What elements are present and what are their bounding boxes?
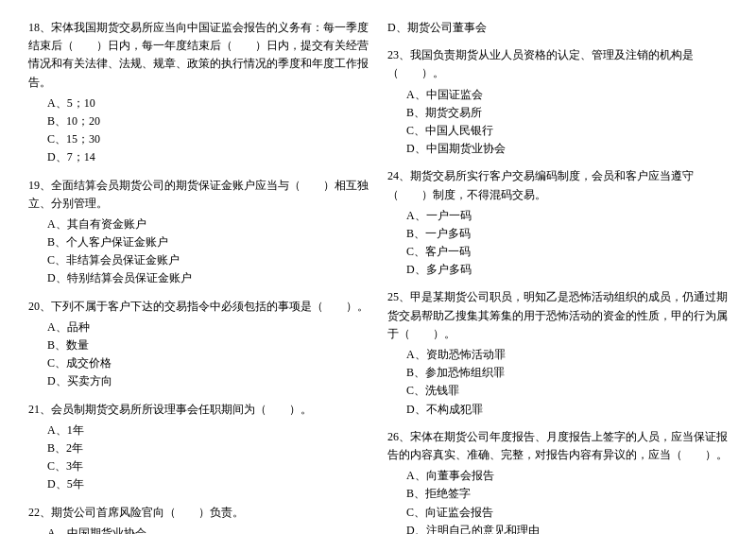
- q19-options: A、其自有资金账户 B、个人客户保证金账户 C、非结算会员保证金账户 D、特别结…: [28, 215, 369, 288]
- q25-title: 25、甲是某期货公司职员，明知乙是恐怖活动组织的成员，仍通过期货交易帮助乙搜集其…: [387, 288, 728, 343]
- q22-optA: A、中国期货业协会: [47, 525, 369, 534]
- right-column: D、期货公司董事会 23、我国负责期货从业人员资格的认定、管理及注销的机构是（ …: [387, 19, 728, 534]
- q24-optD: D、多户多码: [406, 261, 728, 279]
- q25-optD: D、不构成犯罪: [406, 401, 728, 419]
- q18-optD: D、7；14: [47, 148, 369, 166]
- q19-optB: B、个人客户保证金账户: [47, 233, 369, 251]
- q25-optC: C、洗钱罪: [406, 382, 728, 400]
- q24-options: A、一户一码 B、一户多码 C、客户一码 D、多户多码: [387, 207, 728, 280]
- q20-optD: D、买卖方向: [47, 372, 369, 390]
- q20-optA: A、品种: [47, 319, 369, 336]
- q18-options: A、5；10 B、10；20 C、15；30 D、7；14: [28, 95, 369, 167]
- q23-title: 23、我国负责期货从业人员资格的认定、管理及注销的机构是（ ）。: [387, 46, 728, 82]
- q22-optD: D、期货公司董事会: [387, 19, 728, 37]
- question-24: 24、期货交易所实行客户交易编码制度，会员和客户应当遵守（ ）制度，不得混码交易…: [387, 167, 728, 279]
- question-22: 22、期货公司首席风险官向（ ）负责。 A、中国期货业协会 B、期货交易所 C、…: [28, 504, 369, 535]
- q25-options: A、资助恐怖活动罪 B、参加恐怖组织罪 C、洗钱罪 D、不构成犯罪: [387, 346, 728, 419]
- q24-optA: A、一户一码: [406, 207, 728, 225]
- q23-options: A、中国证监会 B、期货交易所 C、中国人民银行 D、中国期货业协会: [387, 86, 728, 159]
- q23-optC: C、中国人民银行: [406, 122, 728, 140]
- question-21: 21、会员制期货交易所所设理事会任职期间为（ ）。 A、1年 B、2年 C、3年…: [28, 401, 369, 494]
- q25-optB: B、参加恐怖组织罪: [406, 364, 728, 382]
- q22-options: A、中国期货业协会 B、期货交易所 C、期货公司董事会: [28, 525, 369, 534]
- question-25: 25、甲是某期货公司职员，明知乙是恐怖活动组织的成员，仍通过期货交易帮助乙搜集其…: [387, 288, 728, 418]
- q19-title: 19、全面结算会员期货公司的期货保证金账户应当与（ ）相互独立、分别管理。: [28, 177, 369, 213]
- q22-optD-block: D、期货公司董事会: [387, 19, 728, 37]
- question-20: 20、下列不属于客户下达的交易指令中必须包括的事项是（ ）。 A、品种 B、数量…: [28, 298, 369, 391]
- q25-optA: A、资助恐怖活动罪: [406, 346, 728, 364]
- q26-optD: D、注明自己的意见和理由: [406, 522, 728, 534]
- q18-optB: B、10；20: [47, 112, 369, 130]
- q21-options: A、1年 B、2年 C、3年 D、5年: [28, 422, 369, 494]
- q21-optD: D、5年: [47, 475, 369, 493]
- q21-optB: B、2年: [47, 439, 369, 457]
- q23-optB: B、期货交易所: [406, 104, 728, 122]
- q18-optA: A、5；10: [47, 95, 369, 112]
- q21-optC: C、3年: [47, 457, 369, 475]
- q18-optC: C、15；30: [47, 130, 369, 148]
- question-26: 26、宋体在期货公司年度报告、月度报告上签字的人员，应当保证报告的内容真实、准确…: [387, 428, 728, 534]
- q21-title: 21、会员制期货交易所所设理事会任职期间为（ ）。: [28, 401, 369, 419]
- q26-title: 26、宋体在期货公司年度报告、月度报告上签字的人员，应当保证报告的内容真实、准确…: [387, 428, 728, 464]
- q24-optB: B、一户多码: [406, 225, 728, 243]
- q26-optA: A、向董事会报告: [406, 467, 728, 485]
- q20-options: A、品种 B、数量 C、成交价格 D、买卖方向: [28, 319, 369, 391]
- left-column: 18、宋体我国期货交易所应当向中国证监会报告的义务有：每一季度结束后（ ）日内，…: [28, 19, 369, 534]
- q24-title: 24、期货交易所实行客户交易编码制度，会员和客户应当遵守（ ）制度，不得混码交易…: [387, 167, 728, 203]
- q18-title: 18、宋体我国期货交易所应当向中国证监会报告的义务有：每一季度结束后（ ）日内，…: [28, 19, 369, 92]
- q19-optA: A、其自有资金账户: [47, 215, 369, 233]
- question-19: 19、全面结算会员期货公司的期货保证金账户应当与（ ）相互独立、分别管理。 A、…: [28, 177, 369, 288]
- q24-optC: C、客户一码: [406, 243, 728, 261]
- q21-optA: A、1年: [47, 422, 369, 439]
- q19-optC: C、非结算会员保证金账户: [47, 251, 369, 269]
- q20-optB: B、数量: [47, 336, 369, 354]
- q20-optC: C、成交价格: [47, 354, 369, 372]
- q20-title: 20、下列不属于客户下达的交易指令中必须包括的事项是（ ）。: [28, 298, 369, 316]
- q26-options: A、向董事会报告 B、拒绝签字 C、向证监会报告 D、注明自己的意见和理由: [387, 467, 728, 534]
- q23-optD: D、中国期货业协会: [406, 140, 728, 158]
- question-23: 23、我国负责期货从业人员资格的认定、管理及注销的机构是（ ）。 A、中国证监会…: [387, 46, 728, 158]
- q26-optC: C、向证监会报告: [406, 504, 728, 522]
- q26-optB: B、拒绝签字: [406, 485, 728, 503]
- q22-title: 22、期货公司首席风险官向（ ）负责。: [28, 504, 369, 522]
- q23-optA: A、中国证监会: [406, 86, 728, 104]
- q19-optD: D、特别结算会员保证金账户: [47, 269, 369, 287]
- question-18: 18、宋体我国期货交易所应当向中国证监会报告的义务有：每一季度结束后（ ）日内，…: [28, 19, 369, 167]
